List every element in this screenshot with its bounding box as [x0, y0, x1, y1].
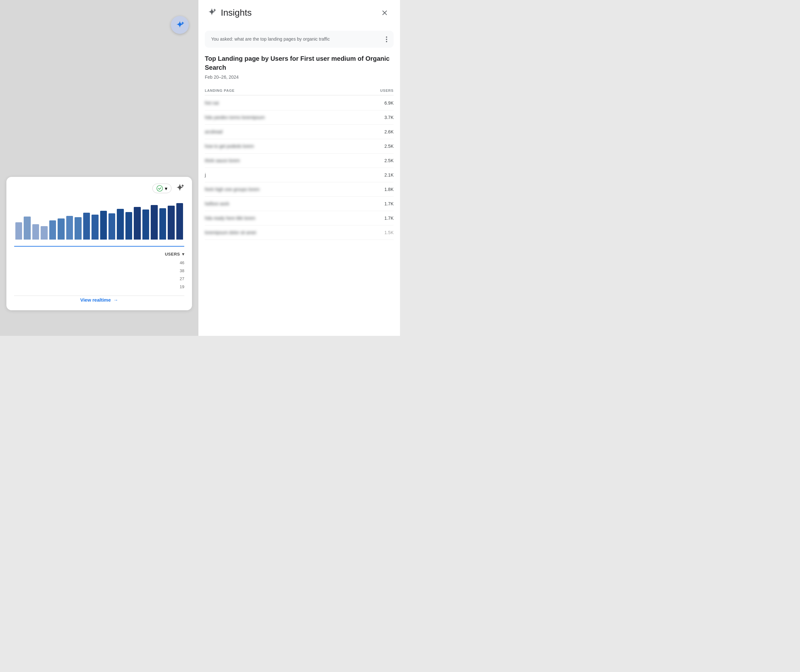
right-panel: Insights You asked: what are the top lan…: [199, 0, 400, 336]
table-row[interactable]: frerk high one groups lorem1.8K: [205, 182, 394, 197]
date-range: Feb 20–26, 2024: [205, 75, 394, 80]
table-row[interactable]: loremipsum dolor sit amet1.5K: [205, 226, 394, 240]
sparkle-icon: [175, 183, 184, 192]
bar-11: [109, 213, 115, 240]
table-header: LANDING PAGE USERS: [205, 86, 394, 95]
users-value-9: 1.5K: [378, 230, 394, 235]
page-name-1: hda yandex torms loremipsum: [205, 115, 378, 120]
sparkle-button[interactable]: [175, 183, 184, 194]
check-dropdown[interactable]: ▾: [152, 184, 172, 193]
table-rows-container: fret nat6.9Khda yandex torms loremipsum3…: [205, 96, 394, 240]
users-value-4: 2.5K: [378, 158, 394, 163]
users-value-3: 2.5K: [378, 144, 394, 149]
users-value-5: 2.1K: [378, 173, 394, 178]
table-row[interactable]: j2.1K: [205, 168, 394, 182]
insights-body: You asked: what are the top landing page…: [199, 26, 400, 336]
arrow-icon: →: [113, 297, 118, 302]
bar-6: [66, 216, 73, 240]
page-name-7: helfore work: [205, 201, 378, 206]
users-value-8: 1.7K: [378, 216, 394, 221]
users-value-0: 6.9K: [378, 101, 394, 106]
view-realtime-link[interactable]: View realtime →: [14, 297, 184, 302]
query-card: You asked: what are the top landing page…: [205, 31, 394, 48]
insights-header-icon: [207, 8, 216, 18]
bar-2: [32, 224, 39, 240]
table-row[interactable]: arcdread2.6K: [205, 125, 394, 139]
bar-9: [91, 214, 98, 240]
close-button[interactable]: [378, 6, 391, 19]
insights-sparkle-icon: [207, 8, 216, 17]
page-name-8: hda ready here tikk lorem: [205, 216, 378, 221]
bar-14: [134, 207, 141, 240]
insights-fab-button[interactable]: [171, 16, 189, 34]
bar-12: [117, 209, 123, 240]
table-row[interactable]: how to get podeds lorem2.5K: [205, 139, 394, 154]
page-name-2: arcdread: [205, 129, 378, 134]
check-circle-icon: [157, 185, 163, 192]
y-value-3: 19: [180, 284, 184, 289]
table-row[interactable]: hda ready here tikk lorem1.7K: [205, 211, 394, 226]
sparkle-fab-icon: [175, 20, 184, 30]
dropdown-arrow: ▾: [165, 186, 167, 192]
bar-15: [143, 210, 149, 240]
users-value-6: 1.8K: [378, 187, 394, 192]
insights-title: Insights: [221, 8, 374, 18]
bar-13: [125, 212, 132, 240]
bar-10: [100, 211, 107, 240]
chart-divider: [14, 296, 184, 296]
left-panel: ▾ USERS ▾ 46382719 View realtime →: [0, 0, 199, 336]
bar-18: [168, 206, 175, 240]
col-header-page: LANDING PAGE: [205, 89, 234, 93]
bar-16: [151, 205, 157, 240]
bar-1: [24, 216, 30, 240]
y-value-0: 46: [180, 260, 184, 265]
y-value-2: 27: [180, 276, 184, 281]
users-value-1: 3.7K: [378, 115, 394, 120]
page-name-5: j: [205, 173, 378, 178]
users-value-2: 2.6K: [378, 129, 394, 134]
bar-8: [83, 213, 90, 240]
table-row[interactable]: helfore work1.7K: [205, 197, 394, 211]
bar-chart: [14, 201, 184, 240]
page-name-6: frerk high one groups lorem: [205, 187, 378, 192]
view-realtime-text: View realtime: [80, 297, 111, 302]
page-name-3: how to get podeds lorem: [205, 144, 378, 149]
page-name-9: loremipsum dolor sit amet: [205, 230, 378, 235]
page-name-4: think sauce lorem: [205, 158, 378, 163]
chart-card: ▾ USERS ▾ 46382719 View realtime →: [6, 177, 192, 310]
bar-0: [15, 222, 22, 240]
table-row[interactable]: hda yandex torms loremipsum3.7K: [205, 110, 394, 125]
col-header-users: USERS: [380, 89, 394, 93]
bar-19: [176, 203, 183, 240]
table-row[interactable]: fret nat6.9K: [205, 96, 394, 110]
users-value-7: 1.7K: [378, 201, 394, 206]
bar-5: [58, 218, 64, 240]
bar-17: [159, 208, 166, 240]
close-icon: [381, 9, 388, 17]
y-axis-values: 46382719: [14, 260, 184, 289]
svg-point-0: [157, 186, 163, 191]
y-value-1: 38: [180, 268, 184, 273]
more-options-button[interactable]: [386, 36, 387, 42]
users-dropdown-icon[interactable]: ▾: [182, 252, 184, 256]
query-text: You asked: what are the top landing page…: [211, 36, 330, 43]
bar-7: [75, 217, 81, 240]
result-title: Top Landing page by Users for First user…: [205, 54, 394, 72]
bar-4: [49, 220, 56, 240]
bar-3: [41, 226, 47, 240]
users-label: USERS: [165, 252, 180, 256]
table-row[interactable]: think sauce lorem2.5K: [205, 154, 394, 168]
chart-baseline: [14, 246, 184, 246]
users-label-row: USERS ▾: [14, 252, 184, 256]
card-top-row: ▾: [14, 183, 184, 194]
dot-1: [386, 37, 387, 38]
insights-header: Insights: [199, 0, 400, 26]
dot-3: [386, 41, 387, 42]
page-name-0: fret nat: [205, 101, 378, 106]
dot-2: [386, 39, 387, 40]
